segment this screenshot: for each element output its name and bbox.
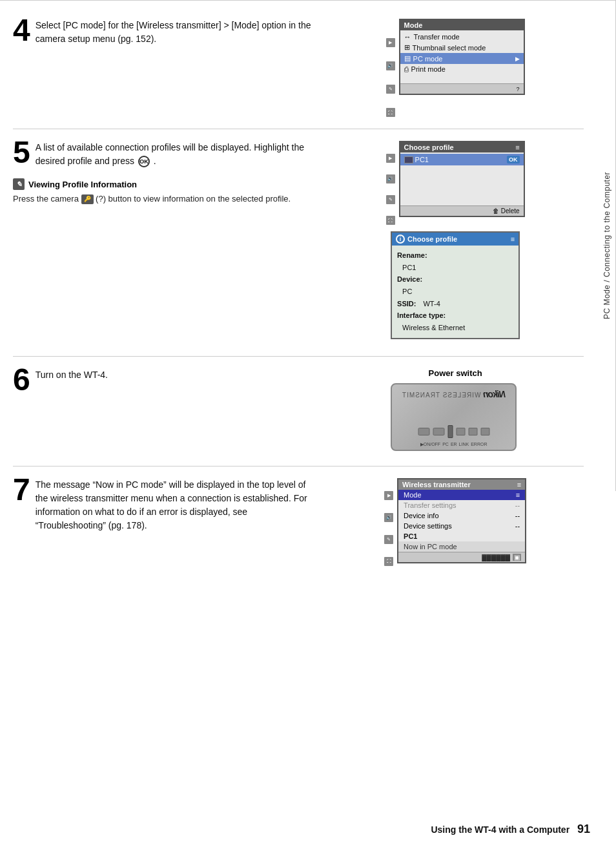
lcd1-body: PC1 OK bbox=[400, 152, 524, 205]
lcd-row-pc: ▤ PC mode ▶ bbox=[400, 53, 524, 64]
lcd-spacer bbox=[400, 74, 524, 82]
question-icon: ? bbox=[517, 86, 520, 92]
step-5-text-block: A list of available connection profiles … bbox=[36, 141, 314, 168]
lcd-body-mode: ↔ Transfer mode ⊞ Thumbnail select mode bbox=[400, 30, 524, 83]
info-row-interface: Interface type: Wireless & Ethernet bbox=[397, 309, 513, 333]
lcd-title-mode: Mode bbox=[400, 20, 524, 30]
note-text: Press the camera 🔑 (?) button to view in… bbox=[13, 193, 314, 205]
step5-left-icon-3: ✎ bbox=[386, 195, 395, 204]
ctrl-btn-1 bbox=[418, 428, 429, 435]
wt-row-device-settings: Device settings -- bbox=[398, 521, 525, 531]
lcd2-title: i Choose profile ≡ bbox=[392, 233, 518, 246]
step7-left-icon-3: ✎ bbox=[384, 535, 393, 544]
note-box: ✎ Viewing Profile Information Press the … bbox=[13, 178, 314, 205]
step-5-screen2-wrapper: i Choose profile ≡ Rename: PC1 Devic bbox=[391, 231, 520, 344]
step-7-section: 7 The message “Now in PC mode” will be d… bbox=[13, 466, 584, 578]
wt-title-icon: ≡ bbox=[517, 481, 521, 488]
power-switch-label: Power switch bbox=[429, 368, 482, 378]
left-icon-4: ⛶ bbox=[386, 108, 395, 117]
main-content: 4 Select [PC mode] for the [Wireless tra… bbox=[0, 1, 597, 584]
step-5-right: ▶ 🔊 ✎ ⛶ Choose profile ≡ bbox=[327, 141, 584, 344]
note-pencil-icon: ✎ bbox=[13, 178, 25, 190]
wt-mode-icon: ≡ bbox=[516, 491, 520, 499]
ssid-value: WT-4 bbox=[418, 300, 440, 308]
wireless-text: WIRELESS TRANSMIT bbox=[402, 392, 480, 399]
step-5-screen1-wrapper: ▶ 🔊 ✎ ⛶ Choose profile ≡ bbox=[386, 141, 525, 225]
page-container: PC Mode / Connecting to the Computer 4 S… bbox=[0, 0, 616, 849]
wt4-controls bbox=[418, 425, 489, 438]
transfer-icon: ↔ bbox=[404, 33, 411, 41]
info-row-ssid: SSID: WT-4 bbox=[397, 298, 513, 310]
info-row-rename: Rename: PC1 bbox=[397, 249, 513, 273]
step-7-number: 7 bbox=[13, 474, 30, 505]
page-footer: Using the WT-4 with a Computer 91 bbox=[431, 823, 590, 836]
lcd2-body: Rename: PC1 Device: PC SSID: WT-4 bbox=[392, 246, 518, 338]
step-5-lcd1: Choose profile ≡ PC1 OK bbox=[399, 141, 525, 217]
label-link: LINK bbox=[459, 442, 469, 447]
key-icon: 🔑 bbox=[84, 195, 91, 204]
battery-icon: ▓▓▓▓▓▓ bbox=[482, 554, 510, 561]
step-7-text-block: The message “Now in PC mode” will be dis… bbox=[36, 478, 314, 532]
lcd1-spacer bbox=[400, 165, 524, 204]
step-4-text: Select [PC mode] for the [Wireless trans… bbox=[36, 19, 314, 46]
interface-value: Wireless & Ethernet bbox=[397, 322, 513, 334]
note-title: ✎ Viewing Profile Information bbox=[13, 178, 314, 190]
lcd1-row-pc1: PC1 OK bbox=[400, 154, 524, 165]
info-icon: i bbox=[396, 235, 405, 244]
step-4-right: ▶ 🔊 ✎ ⛶ Mode ↔ bbox=[327, 19, 584, 117]
step-7-left-icons: ▶ 🔊 ✎ ⛶ bbox=[384, 478, 393, 566]
label-error: ERROR bbox=[471, 442, 487, 447]
footer-text: Using the WT-4 with a Computer bbox=[431, 824, 570, 835]
ctrl-btn-5 bbox=[480, 428, 489, 435]
note-title-text: Viewing Profile Information bbox=[28, 180, 137, 189]
step-7-text: The message “Now in PC mode” will be dis… bbox=[36, 478, 314, 532]
lcd-row-print: ⎙ Print mode bbox=[400, 64, 524, 74]
ctrl-btn-2 bbox=[433, 428, 444, 435]
step-7-left: 7 The message “Now in PC mode” will be d… bbox=[13, 478, 327, 532]
rename-value: PC1 bbox=[397, 262, 513, 274]
step-4-section: 4 Select [PC mode] for the [Wireless tra… bbox=[13, 7, 584, 129]
step-4-left: 4 Select [PC mode] for the [Wireless tra… bbox=[13, 19, 327, 46]
step-4-number: 4 bbox=[13, 15, 30, 46]
wt-row-pc1: PC1 bbox=[398, 531, 525, 541]
wt-row-now-in-pc-mode: Now in PC mode bbox=[398, 541, 525, 552]
step-5-section: 5 A list of available connection profile… bbox=[13, 129, 584, 357]
left-icon-1: ▶ bbox=[386, 38, 395, 47]
ok-button-inline: OK bbox=[138, 156, 150, 167]
pc-icon: ▤ bbox=[404, 54, 411, 63]
camera-btn-icon: 🔑 bbox=[81, 194, 94, 205]
step-5-left: 5 A list of available connection profile… bbox=[13, 141, 327, 205]
ctrl-btn-4 bbox=[468, 428, 477, 435]
wt4-labels: ▶ON/OFF PC ER LINK ERROR bbox=[420, 442, 488, 447]
trash-icon: 🗑 bbox=[493, 207, 499, 215]
ctrl-switch bbox=[447, 425, 453, 438]
wt4-logo-area: WIRELESS TRANSMIT Nikon bbox=[392, 388, 515, 400]
wt4-device: WIRELESS TRANSMIT Nikon bbox=[391, 383, 520, 454]
arrow-right-icon: ▶ bbox=[515, 56, 520, 62]
info-row-device: Device: PC bbox=[397, 273, 513, 297]
wt-footer-icon: ▣ bbox=[513, 554, 521, 561]
lcd-row-transfer: ↔ Transfer mode bbox=[400, 32, 524, 42]
label-er: ER bbox=[451, 442, 457, 447]
step-6-text: Turn on the WT-4. bbox=[36, 368, 314, 382]
step-6-left: 6 Turn on the WT-4. bbox=[13, 368, 327, 395]
step7-left-icon-2: 🔊 bbox=[384, 513, 393, 522]
step-6-text-block: Turn on the WT-4. bbox=[36, 368, 314, 382]
label-pc: PC bbox=[442, 442, 449, 447]
footer-page: 91 bbox=[577, 823, 590, 835]
lcd1-title: Choose profile ≡ bbox=[400, 142, 524, 152]
device-value: PC bbox=[397, 286, 513, 298]
ctrl-btn-3 bbox=[456, 428, 465, 435]
thumbnail-icon: ⊞ bbox=[404, 43, 410, 52]
step-7-wt-screen: Wireless transmitter ≡ Mode ≡ Transfer s… bbox=[397, 478, 526, 563]
pc1-img-icon bbox=[404, 156, 413, 163]
step-4-lcd: Mode ↔ Transfer mode ⊞ bbox=[399, 19, 525, 95]
nikon-logo: Nikon bbox=[484, 389, 506, 399]
lcd-footer-mode: ? bbox=[400, 83, 524, 94]
lcd-row-thumbnail: ⊞ Thumbnail select mode bbox=[400, 42, 524, 53]
lcd2-icon: ≡ bbox=[511, 235, 515, 243]
lcd1-icon: ≡ bbox=[515, 143, 519, 151]
label-onoff: ▶ON/OFF bbox=[420, 442, 440, 447]
left-icon-3: ✎ bbox=[386, 85, 395, 94]
print-icon: ⎙ bbox=[404, 65, 409, 73]
